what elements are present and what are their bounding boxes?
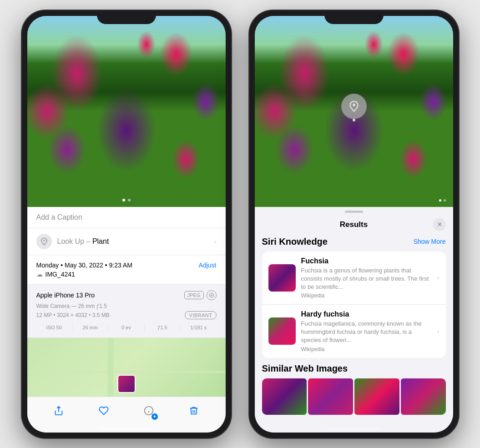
knowledge-card: Fuchsia Fuchsia is a genus of flowering …: [262, 252, 446, 358]
device-badges: JPEG: [184, 290, 217, 300]
exif-aperture: ƒ1.5: [145, 323, 181, 332]
map-photo-thumbnail: [117, 375, 136, 393]
siri-knowledge-header: Siri Knowledge Show More: [262, 237, 446, 247]
results-title: Results: [340, 220, 368, 229]
lookup-icon: [36, 234, 52, 249]
exif-row: ISO 50 26 mm 0 ev ƒ1.5 1/181 s: [36, 323, 217, 332]
similar-img-3[interactable]: [354, 378, 399, 415]
knowledge-item-fuchsia[interactable]: Fuchsia Fuchsia is a genus of flowering …: [262, 252, 446, 305]
info-badge: ✦: [152, 413, 158, 420]
close-button[interactable]: ✕: [433, 218, 446, 231]
camera-specs: Wide Camera — 26 mm ƒ1.5: [36, 303, 217, 309]
similar-title: Similar Web Images: [262, 363, 446, 374]
fuchsia-chevron-icon: ›: [437, 274, 440, 282]
resolution-specs: 12 MP • 3024 × 4032 • 3.5 MB: [36, 312, 110, 318]
exif-mm: 26 mm: [72, 323, 108, 332]
similar-section: Similar Web Images: [262, 363, 446, 415]
photo-date: Monday • May 30, 2022 • 9:23 AM: [36, 262, 132, 269]
adjust-button[interactable]: Adjust: [199, 262, 217, 269]
cloud-icon: ☁: [36, 271, 43, 278]
camera-settings-icon[interactable]: [207, 290, 217, 300]
fuchsia-name: Fuchsia: [301, 257, 432, 265]
svg-point-1: [211, 294, 212, 296]
visual-lookup-dot: [353, 119, 355, 121]
results-sheet: Results ✕ Siri Knowledge Show More: [255, 207, 453, 433]
info-section: Monday • May 30, 2022 • 9:23 AM Adjust ☁…: [27, 255, 226, 285]
share-button[interactable]: [51, 403, 67, 419]
hardy-desc: Fuchsia magellanica, commonly known as t…: [301, 320, 432, 345]
similar-img-1[interactable]: [262, 378, 307, 415]
photo-dot-2: [128, 199, 131, 201]
filename: IMG_4241: [45, 271, 75, 278]
results-content[interactable]: Siri Knowledge Show More Fuchsia Fuchsia…: [255, 237, 453, 433]
similar-img-2[interactable]: [308, 378, 353, 415]
caption-area[interactable]: Add a Caption: [27, 207, 226, 228]
fuchsia-desc: Fuchsia is a genus of flowering plants t…: [301, 267, 432, 292]
device-name: Apple iPhone 13 Pro: [36, 292, 95, 299]
right-phone-notch: [324, 10, 384, 24]
trash-button[interactable]: [186, 403, 202, 419]
lookup-row[interactable]: Look Up – Plant ›: [27, 228, 226, 255]
fuchsia-text: Fuchsia Fuchsia is a genus of flowering …: [301, 257, 432, 299]
hardy-source: Wikipedia: [301, 346, 432, 352]
photo-dot-1: [122, 199, 125, 201]
siri-knowledge-title: Siri Knowledge: [262, 237, 328, 247]
info-button-wrapper: ✦: [141, 403, 157, 419]
device-section: Apple iPhone 13 Pro JPEG Wide Camera — 2…: [27, 285, 226, 338]
chevron-right-icon: ›: [214, 238, 217, 245]
svg-point-6: [353, 103, 355, 106]
left-phone: Add a Caption Look Up – Plant › Mon: [22, 10, 231, 438]
map-preview[interactable]: [27, 338, 226, 397]
show-more-button[interactable]: Show More: [414, 238, 446, 245]
right-photo-dots: [439, 199, 446, 201]
right-phone-screen: Results ✕ Siri Knowledge Show More: [255, 16, 453, 433]
left-home-indicator: [99, 428, 154, 430]
hardy-thumbnail: [268, 317, 296, 345]
like-button[interactable]: [96, 403, 112, 419]
exif-iso: ISO 50: [36, 323, 72, 332]
right-photo-area[interactable]: [255, 16, 453, 207]
exif-shutter: 1/181 s: [181, 323, 216, 332]
visual-lookup-button[interactable]: [341, 93, 367, 119]
vibrant-badge: VIBRANT: [185, 311, 216, 319]
exif-ev: 0 ev: [108, 323, 144, 332]
hardy-name: Hardy fuchsia: [301, 310, 432, 318]
phones-container: Add a Caption Look Up – Plant › Mon: [13, 1, 468, 447]
format-badge: JPEG: [184, 291, 204, 299]
fuchsia-source: Wikipedia: [301, 292, 432, 299]
photo-page-dots: [122, 199, 131, 201]
similar-img-4[interactable]: [401, 378, 446, 415]
hardy-text: Hardy fuchsia Fuchsia magellanica, commo…: [301, 310, 432, 352]
results-header: Results ✕: [255, 216, 453, 237]
phone-notch: [97, 10, 156, 24]
sheet-handle: [345, 211, 363, 213]
knowledge-item-hardy[interactable]: Hardy fuchsia Fuchsia magellanica, commo…: [262, 305, 446, 358]
svg-point-0: [43, 240, 45, 241]
fuchsia-thumbnail: [268, 264, 296, 292]
lookup-label: Look Up – Plant: [57, 237, 109, 246]
right-home-indicator: [327, 428, 381, 430]
right-dot-1: [439, 199, 441, 201]
hardy-chevron-icon: ›: [437, 327, 440, 335]
left-phone-screen: Add a Caption Look Up – Plant › Mon: [27, 16, 226, 433]
right-dot-2: [444, 199, 446, 201]
caption-placeholder[interactable]: Add a Caption: [36, 213, 82, 221]
similar-images-row[interactable]: [262, 378, 446, 415]
photo-area[interactable]: [27, 16, 226, 207]
right-phone: Results ✕ Siri Knowledge Show More: [249, 10, 459, 438]
photo-overlay: [27, 16, 226, 207]
